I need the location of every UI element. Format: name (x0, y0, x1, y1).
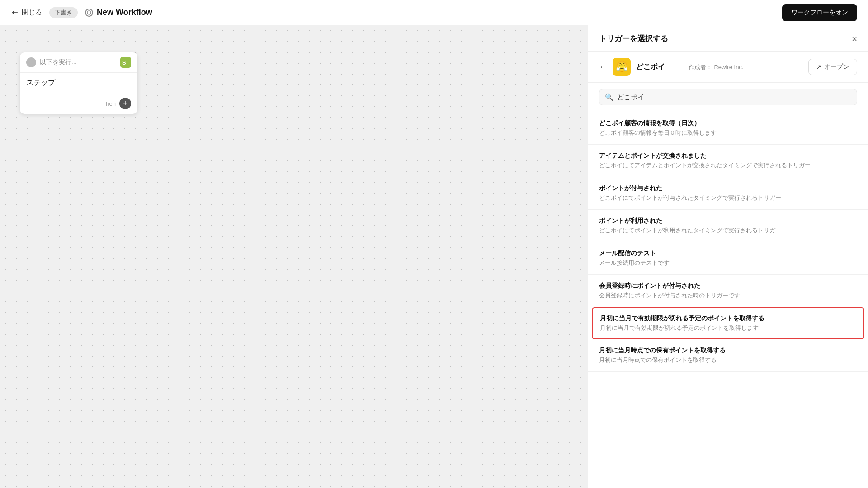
node-step-label: ステップ (26, 79, 55, 86)
open-label: オープン (824, 63, 849, 71)
close-button[interactable]: 閉じる (11, 8, 42, 17)
panel-title: トリガーを選択する (599, 33, 668, 44)
trigger-item[interactable]: メール配信のテスト メール接続用のテストです (588, 242, 868, 275)
panel-header: トリガーを選択する × (588, 25, 868, 52)
trigger-title: 月初に当月で有効期限が切れる予定のポイントを取得する (600, 314, 856, 323)
app-subheader-left: ← 😤 どこポイ 作成者： Rewire Inc. (599, 58, 743, 76)
trigger-desc: どこポイ顧客の情報を毎日０時に取得します (599, 129, 857, 137)
svg-text:S: S (122, 59, 126, 66)
trigger-item[interactable]: 会員登録時にポイントが付与された 会員登録時にポイントが付与された時のトリガーで… (588, 275, 868, 307)
search-input-wrap: 🔍 (599, 89, 857, 105)
close-label: 閉じる (22, 8, 42, 17)
app-creator: Rewire Inc. (714, 64, 743, 70)
node-placeholder-text: 以下を実行... (40, 58, 77, 66)
node-status-dot (26, 57, 36, 67)
trigger-title: どこポイ顧客の情報を取得（日次） (599, 119, 857, 127)
trigger-item[interactable]: ポイントが付与された どこポイにてポイントが付与されたタイミングで実行されるトリ… (588, 177, 868, 210)
app-header: 閉じる 下書き New Workflow ワークフローをオン (0, 0, 868, 25)
trigger-list: どこポイ顧客の情報を取得（日次） どこポイ顧客の情報を毎日０時に取得します アイ… (588, 112, 868, 488)
back-button[interactable]: ← (599, 62, 607, 72)
node-body: ステップ (20, 73, 137, 94)
trigger-desc: 月初に当月時点での保有ポイントを取得する (599, 356, 857, 364)
search-input[interactable] (617, 94, 851, 101)
trigger-desc: メール接続用のテストです (599, 259, 857, 267)
trigger-title: 会員登録時にポイントが付与された (599, 282, 857, 290)
node-header: 以下を実行... S (20, 52, 137, 73)
trigger-desc: どこポイにてポイントが利用されたタイミングで実行されるトリガー (599, 226, 857, 235)
search-icon: 🔍 (605, 93, 613, 101)
app-icon: 😤 (613, 58, 631, 76)
app-creator-info: 作成者： Rewire Inc. (689, 63, 743, 71)
trigger-title: アイテムとポイントが交換されました (599, 152, 857, 160)
activate-button[interactable]: ワークフローをオン (782, 4, 857, 21)
open-app-button[interactable]: ↗ オープン (808, 59, 857, 75)
node-footer: Then + (20, 94, 137, 114)
trigger-item[interactable]: アイテムとポイントが交換されました どこポイにてアイテムとポイントが交換されたタ… (588, 145, 868, 177)
exit-icon (11, 9, 19, 17)
search-area: 🔍 (588, 83, 868, 112)
svg-point-0 (87, 11, 91, 14)
right-panel: トリガーを選択する × ← 😤 どこポイ 作成者： Rewire Inc. (588, 25, 868, 488)
app-creator-prefix: 作成者： (689, 64, 712, 70)
trigger-title: 月初に当月時点での保有ポイントを取得する (599, 347, 857, 355)
then-label: Then (102, 100, 116, 107)
workflow-status-icon (85, 9, 93, 17)
trigger-title: メール配信のテスト (599, 249, 857, 258)
external-link-icon: ↗ (816, 63, 821, 70)
trigger-desc: どこポイにてポイントが付与されたタイミングで実行されるトリガー (599, 194, 857, 202)
workflow-title-row: New Workflow (85, 8, 152, 17)
trigger-title: ポイントが付与された (599, 184, 857, 192)
draft-badge[interactable]: 下書き (49, 7, 78, 18)
header-left: 閉じる 下書き New Workflow (11, 7, 152, 18)
trigger-title: ポイントが利用された (599, 217, 857, 225)
trigger-item[interactable]: どこポイ顧客の情報を取得（日次） どこポイ顧客の情報を毎日０時に取得します (588, 112, 868, 145)
main-area: 以下を実行... S ステップ Then + トリガーを選択する × (0, 25, 868, 488)
panel-close-button[interactable]: × (852, 34, 857, 43)
workflow-name: New Workflow (97, 8, 152, 17)
workflow-node: 以下を実行... S ステップ Then + (20, 52, 137, 114)
shopify-icon: S (120, 57, 131, 68)
workflow-canvas[interactable]: 以下を実行... S ステップ Then + (0, 25, 588, 488)
trigger-item[interactable]: ポイントが利用された どこポイにてポイントが利用されたタイミングで実行されるトリ… (588, 210, 868, 242)
app-info: どこポイ (636, 62, 665, 72)
trigger-desc: 会員登録時にポイントが付与された時のトリガーです (599, 291, 857, 300)
trigger-item[interactable]: 月初に当月で有効期限が切れる予定のポイントを取得する 月初に当月で有効期限が切れ… (592, 307, 864, 339)
app-subheader: ← 😤 どこポイ 作成者： Rewire Inc. ↗ オープン (588, 52, 868, 83)
trigger-item[interactable]: 月初に当月時点での保有ポイントを取得する 月初に当月時点での保有ポイントを取得す… (588, 339, 868, 372)
add-step-button[interactable]: + (119, 98, 131, 109)
app-name: どこポイ (636, 62, 665, 72)
trigger-desc: どこポイにてアイテムとポイントが交換されたタイミングで実行されるトリガー (599, 161, 857, 169)
trigger-desc: 月初に当月で有効期限が切れる予定のポイントを取得します (600, 324, 856, 332)
node-header-left: 以下を実行... (26, 57, 77, 67)
